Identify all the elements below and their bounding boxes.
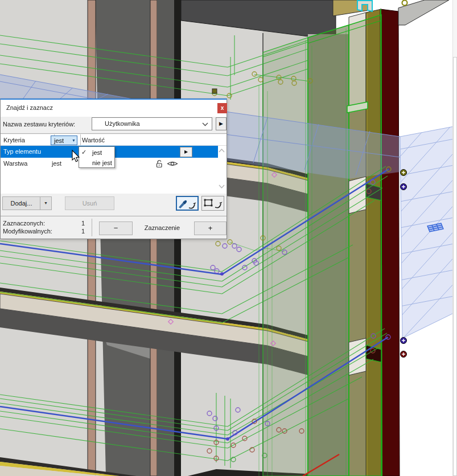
criteria-set-flyout-button[interactable]: ▶: [216, 117, 227, 130]
check-icon: ✓: [81, 149, 87, 156]
separator: [1, 216, 227, 216]
deselect-button[interactable]: −: [99, 221, 133, 235]
eyedropper-icon: [177, 197, 197, 210]
chevron-down-icon: [202, 122, 208, 126]
column-header-value: Wartość: [82, 137, 105, 143]
pick-up-settings-button[interactable]: [176, 196, 199, 211]
eye-icon: [167, 159, 178, 168]
criteria-list[interactable]: Kryteria Wartość Typ elementu jest ▼ ▶ W…: [1, 134, 227, 194]
operator-combobox[interactable]: jest ▼: [51, 136, 77, 145]
application-window: Znajdź i zaznacz x Nazwa zestawu kryteri…: [0, 0, 457, 476]
value-flyout-button[interactable]: ▶: [180, 147, 192, 157]
column-header-criteria: Kryteria: [3, 137, 25, 143]
column-divider: [80, 134, 81, 145]
hotspot-square[interactable]: [212, 89, 217, 93]
criteria-name: Typ elementu: [3, 148, 41, 155]
scroll-down-icon[interactable]: [218, 184, 225, 189]
criteria-set-value: Użytkownika: [105, 120, 140, 127]
remove-button[interactable]: Usuń: [65, 196, 114, 210]
editable-count-value: 1: [69, 228, 85, 235]
close-button[interactable]: x: [217, 103, 227, 113]
separator: [1, 133, 227, 134]
selected-count-value: 1: [69, 220, 85, 227]
dropdown-arrow-icon: ▼: [72, 138, 76, 142]
operator-value: jest: [54, 137, 64, 144]
editable-count-label: Modyfikowalnych:: [3, 228, 52, 235]
selected-count-label: Zaznaczonych:: [3, 220, 45, 227]
scrollbar-thumb[interactable]: [453, 57, 457, 476]
criteria-name: Warstwa: [3, 160, 27, 167]
scroll-up-icon[interactable]: [218, 148, 225, 153]
add-dropdown-button[interactable]: ▼: [40, 196, 52, 210]
dialog-title: Znajdź i zaznacz: [6, 104, 53, 111]
operator-dropdown-popup: ✓ jest nie jest: [79, 146, 115, 168]
divider: [92, 219, 92, 236]
dialog-titlebar[interactable]: Znajdź i zaznacz x: [1, 100, 227, 117]
lock-open-icon: [155, 159, 164, 168]
marquee-icon: [203, 196, 223, 209]
red-wall: [380, 9, 400, 476]
selection-label: Zaznaczenie: [134, 224, 191, 231]
marquee-select-button[interactable]: [201, 196, 224, 211]
dropdown-item-nie-jest[interactable]: nie jest: [79, 158, 114, 168]
operator-value: jest: [52, 160, 61, 167]
criteria-set-combobox[interactable]: Użytkownika: [92, 117, 212, 130]
criteria-set-label: Nazwa zestawu kryteriów:: [3, 121, 75, 128]
find-select-dialog: Znajdź i zaznacz x Nazwa zestawu kryteri…: [0, 99, 227, 239]
dropdown-item-jest[interactable]: ✓ jest: [79, 147, 114, 158]
add-button[interactable]: Dodaj...: [2, 196, 40, 210]
select-button[interactable]: +: [194, 221, 227, 235]
vertical-scrollbar[interactable]: [452, 0, 457, 476]
